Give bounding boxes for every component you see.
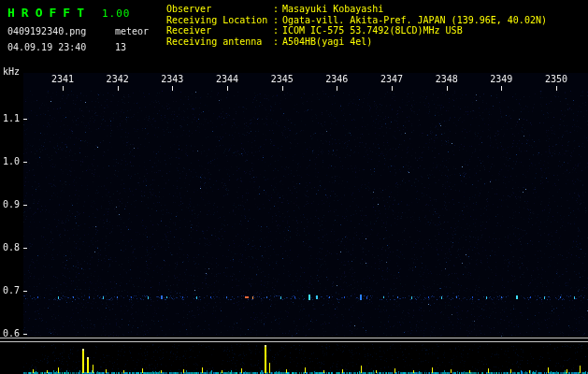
observer-row: Observer:Masayuki Kobayashi [166,4,547,15]
y-axis-labels: 1.11.00.90.80.70.6 [0,0,21,374]
output-filename: 0409192340.png [7,26,115,36]
receiver-row: Receiver:ICOM IC-575 53.7492(8LCD)MHz US… [166,25,547,36]
location-value: Ogata-vill. Akita-Pref. JAPAN (139.96E, … [282,15,547,25]
x-tick-label: 2343 [161,74,183,84]
x-tick-label: 2349 [490,74,512,84]
observer-value: Masayuki Kobayashi [282,4,383,14]
x-tick-label: 2348 [436,74,458,84]
y-tick-label: 0.6 [0,328,20,338]
y-tick-label: 1.1 [0,113,20,123]
header-left: HROFFT1.00 0409192340.pngmeteor 04.09.19… [7,3,149,52]
location-row: Receiving Location:Ogata-vill. Akita-Pre… [166,15,547,26]
receiver-value: ICOM IC-575 53.7492(8LCD)MHz USB [282,25,463,36]
app-version: 1.00 [102,7,131,20]
datetime-label: 04.09.19 23:40 [7,42,115,52]
colon-separator: : [273,4,282,15]
x-tick-label: 2344 [216,74,238,84]
y-tick-label: 0.9 [0,199,20,209]
antenna-label: Receiving antenna [166,36,273,48]
y-tick-label: 1.0 [0,156,20,166]
echo-count: 13 [115,42,126,52]
observer-label: Observer [166,4,273,15]
x-axis-labels: 2341234223432344234523462347234823492350 [0,74,588,85]
colon-separator: : [273,36,282,48]
mode-label: meteor [115,26,149,36]
location-label: Receiving Location [166,15,273,26]
file-row: 0409192340.pngmeteor [7,26,149,36]
y-tick-label: 0.8 [0,242,20,252]
station-info: Observer:Masayuki Kobayashi Receiving Lo… [166,4,547,47]
antenna-value: A504HB(yagi 4el) [282,36,372,47]
colon-separator: : [273,25,282,36]
title-row: HROFFT1.00 [7,3,149,21]
hrofft-screen: HROFFT1.00 0409192340.pngmeteor 04.09.19… [0,0,588,374]
x-tick-label: 2345 [271,74,294,84]
x-tick-label: 2341 [51,74,74,84]
x-tick-label: 2342 [107,74,129,84]
antenna-row: Receiving antenna:A504HB(yagi 4el) [166,36,547,48]
x-tick-label: 2350 [545,74,567,84]
receiver-label: Receiver [166,25,273,36]
spectrogram-canvas [0,0,588,374]
y-tick-label: 0.7 [0,285,20,295]
date-row: 04.09.19 23:4013 [7,42,149,52]
colon-separator: : [273,15,282,26]
x-tick-label: 2347 [380,74,403,84]
x-tick-label: 2346 [325,74,348,84]
